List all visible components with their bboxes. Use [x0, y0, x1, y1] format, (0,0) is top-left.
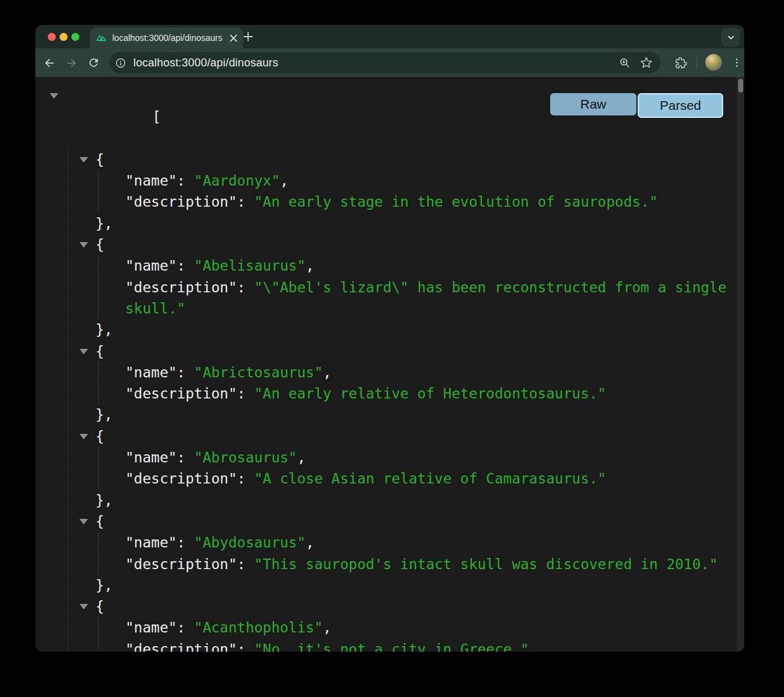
- json-description-line: "description": "No, it's not a city in G…: [99, 639, 737, 652]
- mountains-favicon: [96, 33, 107, 43]
- collapse-toggle-icon[interactable]: [79, 604, 88, 609]
- json-object-open-line: {: [68, 511, 737, 532]
- json-name-line: "name": "Aardonyx",: [99, 170, 737, 191]
- json-punctuation: :: [177, 364, 194, 380]
- address-bar[interactable]: localhost:3000/api/dinosaurs: [109, 52, 661, 73]
- url-text[interactable]: localhost:3000/api/dinosaurs: [133, 56, 618, 70]
- parsed-button[interactable]: Parsed: [638, 93, 723, 118]
- collapse-toggle-icon[interactable]: [79, 242, 88, 248]
- raw-button[interactable]: Raw: [550, 93, 636, 115]
- json-object: { "name": "Abrictosaurus", "description"…: [68, 341, 737, 426]
- json-string-value: "Abrosaurus": [194, 449, 297, 465]
- collapse-toggle-icon[interactable]: [79, 519, 88, 524]
- json-object-open-line: {: [68, 426, 737, 447]
- json-string-value: "Abydosaurus": [194, 534, 306, 551]
- json-key: "name": [125, 619, 177, 636]
- json-punctuation: },: [96, 577, 113, 593]
- extensions-puzzle-icon[interactable]: [672, 54, 689, 71]
- json-punctuation: ,: [323, 619, 332, 636]
- window-minimize-button[interactable]: [60, 33, 68, 41]
- menu-kebab-icon[interactable]: [728, 54, 744, 71]
- json-punctuation: :: [177, 449, 194, 465]
- json-punctuation: :: [177, 619, 194, 636]
- json-string-value: "This sauropod's intact skull was discov…: [254, 556, 718, 572]
- json-punctuation: :: [237, 385, 254, 402]
- profile-avatar[interactable]: [705, 54, 722, 71]
- window-close-button[interactable]: [48, 33, 56, 41]
- json-key: "name": [125, 364, 177, 380]
- json-array-items: { "name": "Aardonyx", "description": "An…: [68, 149, 737, 652]
- traffic-lights: [48, 33, 79, 41]
- json-string-value: "A close Asian relative of Camarasaurus.…: [254, 470, 607, 487]
- json-string-value: "Aardonyx": [194, 173, 280, 189]
- json-key: "name": [125, 258, 177, 274]
- json-object: { "name": "Abydosaurus", "description": …: [68, 511, 737, 596]
- json-name-line: "name": "Acanthopholis",: [99, 617, 737, 638]
- new-tab-plus-icon[interactable]: [240, 29, 256, 45]
- json-punctuation: },: [96, 407, 113, 423]
- json-punctuation: {: [96, 513, 104, 529]
- tab-strip: localhost:3000/api/dinosaurs: [35, 25, 744, 48]
- json-punctuation: :: [177, 258, 194, 274]
- scrollbar-thumb[interactable]: [738, 79, 743, 92]
- json-object-open-line: {: [68, 234, 737, 255]
- json-key: "description": [125, 641, 237, 652]
- json-description-line: "description": "\"Abel's lizard\" has be…: [99, 277, 737, 320]
- collapse-toggle-icon[interactable]: [50, 93, 58, 99]
- json-object-close-line: },: [68, 319, 737, 340]
- json-punctuation: {: [96, 151, 104, 168]
- json-object-open-line: {: [68, 596, 737, 617]
- toolbar: localhost:3000/api/dinosaurs: [35, 48, 744, 77]
- json-object-open-line: {: [68, 341, 737, 362]
- json-name-line: "name": "Abrosaurus",: [99, 447, 737, 468]
- json-name-line: "name": "Abrictosaurus",: [99, 362, 737, 383]
- json-description-line: "description": "This sauropod's intact s…: [99, 554, 737, 575]
- collapse-toggle-icon[interactable]: [79, 157, 88, 163]
- reload-icon[interactable]: [85, 54, 102, 71]
- forward-icon[interactable]: [63, 54, 80, 71]
- raw-parsed-toggle: Raw Parsed: [550, 93, 723, 118]
- bookmark-star-icon[interactable]: [640, 56, 653, 69]
- json-punctuation: :: [237, 470, 254, 487]
- omnibox-actions: [618, 56, 661, 69]
- site-info-icon[interactable]: [115, 57, 127, 69]
- json-object-close-line: },: [68, 404, 737, 425]
- json-object-open-line: {: [68, 149, 737, 170]
- json-key: "description": [125, 470, 237, 487]
- json-punctuation: ,: [297, 449, 306, 465]
- json-punctuation: [: [152, 109, 161, 125]
- browser-window: localhost:3000/api/dinosaurs: [35, 25, 744, 652]
- collapse-toggle-icon[interactable]: [79, 434, 88, 439]
- chevron-down-icon[interactable]: [721, 28, 740, 47]
- json-tree: [ { "name": "Aardonyx", "description": "…: [35, 77, 737, 652]
- json-string-value: "An early stage in the evolution of saur…: [254, 194, 658, 210]
- json-key: "description": [125, 194, 237, 210]
- zoom-icon[interactable]: [618, 56, 631, 69]
- json-object-close-line: },: [68, 575, 737, 596]
- json-punctuation: {: [96, 343, 104, 359]
- close-icon[interactable]: [227, 32, 239, 44]
- json-description-line: "description": "A close Asian relative o…: [99, 468, 737, 489]
- json-punctuation: :: [177, 173, 194, 189]
- json-punctuation: {: [96, 428, 104, 444]
- scrollbar-track[interactable]: [737, 77, 744, 652]
- json-object-close-line: },: [68, 213, 737, 234]
- json-object: { "name": "Acanthopholis", "description"…: [68, 596, 737, 652]
- json-punctuation: :: [237, 556, 254, 572]
- json-punctuation: },: [96, 322, 113, 338]
- json-punctuation: ,: [323, 364, 332, 380]
- json-punctuation: ,: [306, 258, 314, 274]
- back-icon[interactable]: [40, 54, 58, 71]
- json-string-value: "Abelisaurus": [194, 258, 306, 274]
- json-description-line: "description": "An early relative of Het…: [99, 383, 737, 404]
- json-key: "description": [125, 385, 237, 402]
- json-key: "name": [125, 173, 177, 189]
- json-object: { "name": "Abelisaurus", "description": …: [68, 234, 737, 340]
- json-name-line: "name": "Abydosaurus",: [99, 532, 737, 553]
- json-punctuation: {: [96, 236, 104, 253]
- json-punctuation: },: [96, 492, 113, 508]
- collapse-toggle-icon[interactable]: [79, 349, 88, 354]
- window-zoom-button[interactable]: [71, 33, 79, 41]
- json-punctuation: :: [237, 194, 254, 210]
- tab-dinosaurs[interactable]: localhost:3000/api/dinosaurs: [90, 27, 243, 48]
